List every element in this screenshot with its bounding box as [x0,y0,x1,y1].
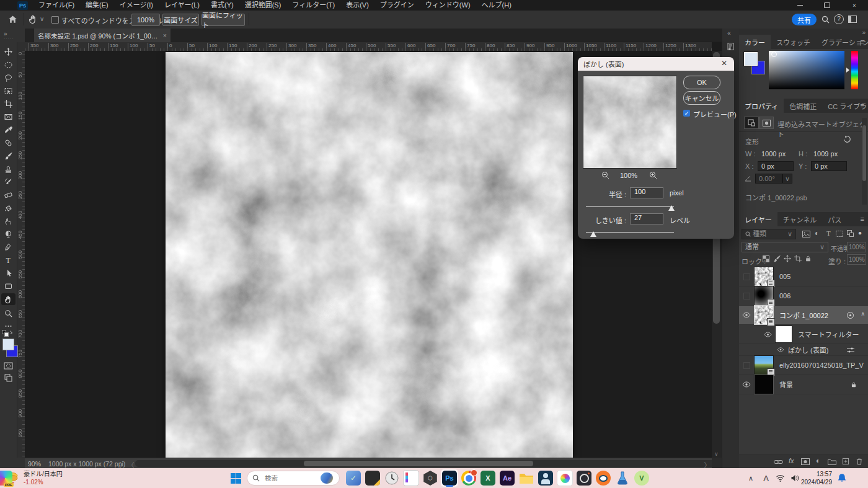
angle-dropdown-icon[interactable]: ∨ [782,174,792,184]
ok-button[interactable]: OK [683,76,720,89]
background-lock-icon[interactable] [851,381,857,388]
mask-properties-button[interactable] [759,117,774,129]
taskbar-app-hexagon[interactable]: ⬡ [422,469,439,487]
threshold-slider-thumb[interactable] [590,231,596,237]
taskbar-app-chrome[interactable] [460,469,477,487]
eraser-tool[interactable] [1,189,16,201]
smart-object-properties-button[interactable] [744,117,759,129]
radius-slider-thumb[interactable] [668,205,675,211]
x-field[interactable]: 0 px [758,161,794,171]
visibility-toggle[interactable] [739,381,754,388]
menu-view[interactable]: 表示(V) [340,0,374,11]
horizontal-scrollbar-thumb[interactable] [304,461,533,466]
smart-filters-label[interactable]: スマートフィルター [798,329,859,339]
layer-thumbnail[interactable] [754,286,774,306]
share-button[interactable]: 共有 [792,14,817,25]
window-maximize-button[interactable] [813,0,841,11]
taskbar-app-creative-cloud[interactable] [556,469,574,487]
blend-mode-dropdown[interactable]: 通常 ∨ [742,242,828,252]
help-icon[interactable]: ? [834,14,844,24]
properties-scrollbar[interactable] [862,118,867,205]
screen-mode-icon[interactable] [1,372,16,384]
reset-transform-icon[interactable] [843,135,851,143]
lock-transparency-icon[interactable] [763,255,769,262]
threshold-input[interactable]: 27 [630,213,663,224]
horizontal-scrollbar[interactable] [135,460,727,467]
panel-foreground-swatch[interactable] [744,52,758,66]
taskbar-app-sticky[interactable] [364,469,381,487]
menu-file[interactable]: ファイル(F) [33,0,80,11]
scroll-down-arrow-icon[interactable]: ∨ [714,451,719,457]
radius-input[interactable]: 100 [630,187,663,198]
menu-type[interactable]: 書式(Y) [205,0,239,11]
pen-tool[interactable] [1,241,16,253]
lasso-tool[interactable] [1,72,16,84]
menu-layer[interactable]: レイヤー(L) [159,0,205,11]
workspace-icon[interactable] [848,16,857,23]
tab-layers[interactable]: レイヤー [739,212,777,226]
hand-tool[interactable] [1,293,16,305]
layer-thumbnail[interactable] [754,355,774,375]
taskbar-app-aftereffects[interactable]: Ae [498,469,516,487]
spot-healing-tool[interactable] [1,137,16,149]
link-layers-icon[interactable] [774,459,783,465]
filter-mask-thumbnail[interactable] [775,326,792,343]
visibility-toggle[interactable] [739,362,754,369]
history-panel-icon[interactable] [727,42,735,51]
tab-properties[interactable]: プロパティ [739,99,784,113]
dialog-close-icon[interactable]: ✕ [719,59,729,68]
layer-row-005[interactable]: 005 [739,267,868,286]
paint-bucket-tool[interactable] [1,202,16,214]
collapse-effects-icon[interactable]: ∧ [861,311,865,317]
filter-toggle-icon[interactable]: ● [858,229,862,236]
layer-row-elly[interactable]: elly20160701425018_TP_V [739,356,868,375]
crop-tool[interactable] [1,98,16,110]
layer-name[interactable]: コンポ 1_00022 [779,310,828,320]
quick-mask-icon[interactable] [1,360,16,371]
menu-plugins[interactable]: プラグイン [374,0,420,11]
visibility-toggle[interactable] [775,347,786,352]
filter-name[interactable]: ぼかし (表面) [788,345,828,355]
layer-thumbnail[interactable] [754,267,774,286]
color-field[interactable] [769,51,844,89]
foreground-color-swatch[interactable] [2,339,14,350]
fit-screen-button[interactable]: 画面にフィット [202,14,245,26]
filter-adjustment-layers-icon[interactable]: ◐ [815,229,819,237]
layer-row-smart-filters[interactable]: スマートフィルター [739,325,868,344]
filter-blend-options-icon[interactable] [847,347,854,353]
taskbar-app-kindle[interactable] [537,469,554,487]
eyedropper-tool[interactable] [1,124,16,136]
taskbar-app-excel[interactable]: X [479,469,497,487]
filter-smart-objects-icon[interactable] [847,230,854,237]
taskbar-app-camera[interactable] [575,469,593,487]
canvas-document[interactable] [166,52,573,458]
height-value[interactable]: 1009 px [813,150,838,157]
new-adjustment-layer-icon[interactable]: ◐ [816,456,820,465]
visibility-toggle[interactable] [760,332,775,337]
dialog-title-bar[interactable]: ぼかし (表面) ✕ [578,57,734,71]
layer-row-surface-blur-filter[interactable]: ぼかし (表面) [739,344,868,356]
layer-name[interactable]: 背景 [779,379,793,389]
add-mask-icon[interactable] [801,458,810,465]
properties-panel-menu-icon[interactable]: ≡ [861,102,864,109]
delete-layer-icon[interactable] [856,458,863,466]
hue-slider[interactable] [851,51,858,89]
lock-all-icon[interactable] [805,255,812,262]
window-close-button[interactable]: × [841,0,868,11]
menu-filter[interactable]: フィルター(T) [286,0,340,11]
frame-tool[interactable] [1,111,16,123]
taskbar-app-clock[interactable] [383,469,401,487]
smart-filter-indicator-icon[interactable] [846,311,854,319]
smudge-tool[interactable] [1,215,16,227]
layer-thumbnail[interactable] [754,375,774,394]
taskbar-app-blender[interactable] [595,469,612,487]
lock-position-icon[interactable] [784,255,791,262]
layer-row-006[interactable]: 006 [739,286,868,306]
rectangle-tool[interactable] [1,280,16,292]
tool-preset-chevron-icon[interactable]: ∨ [40,16,44,22]
search-highlight-thumb[interactable] [321,472,333,484]
tab-channels[interactable]: チャンネル [777,212,823,226]
lock-pixels-icon[interactable] [773,255,781,262]
color-panel-menu-icon[interactable]: ≡ [861,38,864,45]
radius-slider[interactable] [586,206,674,207]
